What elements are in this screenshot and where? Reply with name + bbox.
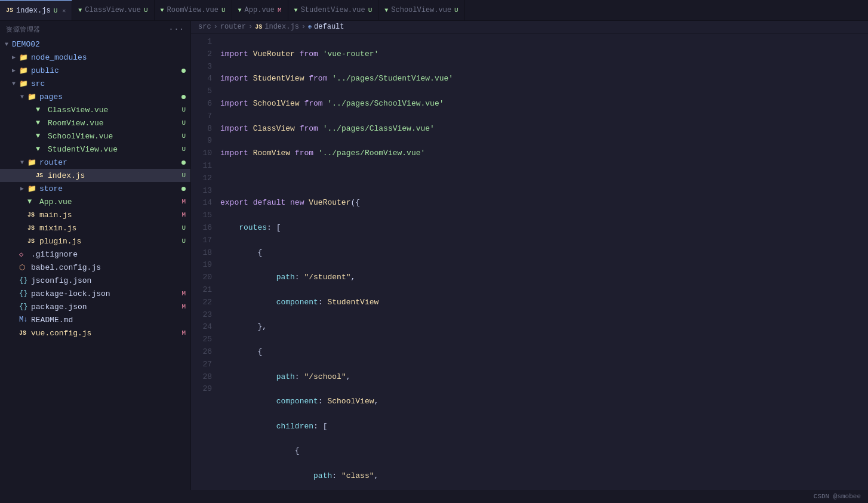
sidebar-item-package-json[interactable]: {} package.json M	[0, 300, 190, 313]
json-icon: {}	[19, 276, 29, 285]
code-line-1: import VueRouter from 'vue-router'	[218, 48, 868, 61]
tab-studentview-vue[interactable]: ▼ StudentView.vue U	[288, 0, 379, 20]
vue-icon: ▼	[294, 7, 298, 14]
sidebar-item-babel-config[interactable]: ⬡ babel.config.js	[0, 261, 190, 274]
editor-area: src › router › JS index.js › ⊕ default 1…	[191, 21, 868, 490]
code-editor[interactable]: 12345 678910 1112131415 1617181920 21222…	[191, 33, 868, 490]
code-line-13: {	[218, 346, 868, 359]
folder-icon: 📁	[19, 53, 29, 62]
badge-u: U	[181, 132, 186, 140]
breadcrumb-src: src	[198, 23, 211, 31]
sidebar-item-classview[interactable]: ▼ ClassView.vue U	[0, 103, 190, 116]
vue-file-icon: ▼	[36, 119, 45, 127]
chevron-down-icon	[20, 159, 27, 166]
sidebar-menu-button[interactable]: ···	[168, 24, 184, 34]
badge-m: M	[181, 303, 186, 310]
sidebar-item-public[interactable]: 📁 public	[0, 64, 190, 77]
vue-file-icon: ▼	[36, 106, 45, 114]
dot-indicator	[181, 187, 186, 191]
chevron-down-icon	[12, 81, 19, 87]
sidebar-item-app-vue[interactable]: ▼ App.vue M	[0, 195, 190, 208]
tab-badge-u: U	[54, 7, 58, 14]
sidebar-item-label: SchoolView.vue	[48, 132, 179, 141]
sidebar-item-pages[interactable]: 📁 pages	[0, 90, 190, 103]
sidebar-item-label: ClassView.vue	[48, 106, 179, 115]
breadcrumb-router: router	[220, 23, 246, 31]
code-line-9: {	[218, 247, 868, 260]
badge-m: M	[181, 329, 186, 337]
sidebar-item-index-js[interactable]: JS index.js U	[0, 169, 190, 182]
sidebar-item-label: jsconfig.json	[31, 276, 190, 285]
bottom-bar: CSDN @smobee	[0, 490, 868, 503]
folder-icon: 📁	[27, 184, 37, 193]
code-line-5: import RoomView from '../pages/RoomView.…	[218, 147, 868, 160]
badge-u: U	[181, 106, 186, 113]
tab-roomview-vue[interactable]: ▼ RoomView.vue U	[155, 0, 232, 20]
tab-index-js[interactable]: JS index.js U ✕	[0, 0, 72, 20]
vue-icon: ▼	[78, 7, 82, 14]
js-icon: JS	[6, 7, 13, 14]
js-file-icon: JS	[19, 330, 29, 337]
tab-schoolview-vue[interactable]: ▼ SchoolView.vue U	[378, 0, 464, 20]
vue-file-icon: ▼	[36, 145, 45, 153]
breadcrumb-sep1: ›	[214, 23, 218, 31]
sidebar-item-jsconfig[interactable]: {} jsconfig.json	[0, 274, 190, 287]
folder-icon: 📁	[19, 66, 29, 75]
code-line-17: {	[218, 445, 868, 458]
badge-u: U	[181, 146, 186, 153]
tab-badge-m: M	[278, 7, 282, 14]
js-file-icon: JS	[27, 238, 37, 245]
sidebar-item-label: public	[31, 66, 181, 75]
badge-u: U	[181, 224, 186, 232]
sidebar-item-label: main.js	[39, 211, 179, 220]
tab-close-icon[interactable]: ✕	[62, 7, 66, 14]
folder-icon: 📁	[19, 79, 29, 88]
vue-file-icon: ▼	[27, 198, 37, 206]
breadcrumb-default: default	[314, 23, 344, 31]
badge-m: M	[181, 290, 186, 297]
tab-badge-u: U	[221, 7, 226, 14]
sidebar-item-demo02[interactable]: DEMO02	[0, 38, 190, 51]
sidebar-item-label: RoomView.vue	[48, 119, 179, 128]
code-line-14: path: "/school",	[218, 371, 868, 384]
sidebar-item-label: store	[39, 184, 181, 193]
code-line-12: },	[218, 321, 868, 334]
line-numbers: 12345 678910 1112131415 1617181920 21222…	[191, 33, 218, 490]
sidebar-item-readme[interactable]: M↓ README.md	[0, 313, 190, 326]
badge-m: M	[181, 211, 186, 218]
main-layout: 资源管理器 ··· DEMO02 📁 node_modules 📁 public…	[0, 21, 868, 490]
tab-badge-u: U	[144, 7, 148, 14]
sidebar-item-store[interactable]: 📁 store	[0, 182, 190, 195]
badge-u: U	[181, 119, 186, 126]
breadcrumb-sep2: ›	[248, 23, 253, 31]
sidebar-item-gitignore[interactable]: ◇ .gitignore	[0, 248, 190, 261]
tab-app-vue[interactable]: ▼ App.vue M	[232, 0, 288, 20]
sidebar-item-router[interactable]: 📁 router	[0, 156, 190, 169]
sidebar-item-plugin-js[interactable]: JS plugin.js U	[0, 234, 190, 248]
code-line-8: routes: [	[218, 222, 868, 234]
sidebar-item-studentview[interactable]: ▼ StudentView.vue U	[0, 143, 190, 156]
md-icon: M↓	[19, 316, 29, 324]
sidebar-item-vue-config[interactable]: JS vue.config.js M	[0, 326, 190, 340]
sidebar-item-schoolview[interactable]: ▼ SchoolView.vue U	[0, 129, 190, 143]
sidebar-item-main-js[interactable]: JS main.js M	[0, 208, 190, 221]
chevron-right-icon	[12, 54, 19, 61]
tab-badge-u: U	[454, 7, 458, 14]
sidebar-item-label: index.js	[48, 171, 179, 180]
sidebar-item-node-modules[interactable]: 📁 node_modules	[0, 51, 190, 64]
badge-u: U	[181, 172, 186, 179]
sidebar-item-src[interactable]: 📁 src	[0, 77, 190, 90]
sidebar-item-mixin-js[interactable]: JS mixin.js U	[0, 221, 190, 234]
js-icon: JS	[255, 24, 262, 30]
sidebar-item-package-lock[interactable]: {} package-lock.json M	[0, 287, 190, 300]
sidebar-item-label: .gitignore	[31, 250, 190, 259]
chevron-right-icon	[12, 67, 19, 74]
sidebar-item-roomview[interactable]: ▼ RoomView.vue U	[0, 116, 190, 129]
vue-icon: ▼	[238, 7, 242, 14]
tab-label: RoomView.vue	[167, 6, 218, 14]
tab-classview-vue[interactable]: ▼ ClassView.vue U	[72, 0, 154, 20]
code-line-7: export default new VueRouter({	[218, 197, 868, 209]
sidebar-item-label: pages	[39, 92, 181, 101]
js-file-icon: JS	[36, 172, 45, 179]
vue-icon: ▼	[161, 7, 164, 14]
